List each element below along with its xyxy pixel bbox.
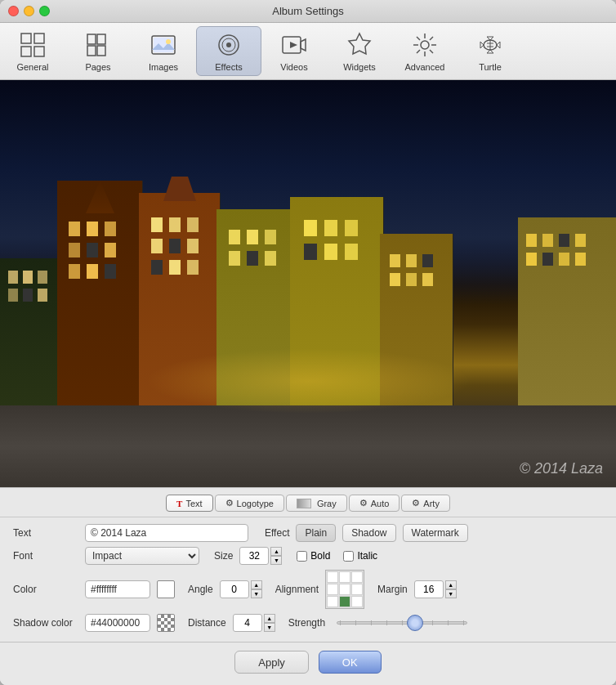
align-mid-right[interactable] xyxy=(351,584,363,595)
alignment-grid[interactable] xyxy=(325,570,364,609)
strength-slider-container[interactable] xyxy=(337,621,467,625)
color-row: Color Angle ▲ ▼ Alignment xyxy=(13,570,603,609)
gray-tab-label: Gray xyxy=(317,499,337,508)
toolbar-item-pages[interactable]: Pages xyxy=(65,26,131,76)
bottom-bar: Apply OK xyxy=(0,642,616,685)
margin-down-button[interactable]: ▼ xyxy=(445,589,457,598)
videos-icon xyxy=(279,30,309,60)
margin-stepper: ▲ ▼ xyxy=(414,580,457,598)
distance-stepper: ▲ ▼ xyxy=(233,614,275,632)
minimize-button[interactable] xyxy=(24,6,34,16)
toolbar-item-images[interactable]: Images xyxy=(131,26,196,76)
size-up-button[interactable]: ▲ xyxy=(270,547,282,556)
general-label: General xyxy=(16,62,48,72)
align-top-left[interactable] xyxy=(327,571,338,583)
ok-button[interactable]: OK xyxy=(319,651,382,674)
text-row: Text Effect Plain Shadow Watermark xyxy=(13,524,603,542)
toolbar-item-effects[interactable]: Effects xyxy=(196,26,261,76)
widgets-label: Widgets xyxy=(343,62,376,72)
form-area: Text Effect Plain Shadow Watermark Font … xyxy=(0,517,616,642)
svg-line-24 xyxy=(430,50,433,53)
toolbar-item-advanced[interactable]: Advanced xyxy=(392,26,458,76)
effect-shadow-button[interactable]: Shadow xyxy=(342,524,395,542)
apply-button[interactable]: Apply xyxy=(234,651,309,674)
tab-arty[interactable]: ⚙ Arty xyxy=(401,495,450,512)
effect-watermark-button[interactable]: Watermark xyxy=(403,524,468,542)
color-field-label: Color xyxy=(13,584,78,595)
svg-line-25 xyxy=(430,37,433,40)
align-top-center[interactable] xyxy=(339,571,350,583)
svg-marker-17 xyxy=(349,34,370,54)
svg-rect-1 xyxy=(21,47,31,56)
distance-down-button[interactable]: ▼ xyxy=(264,623,275,632)
angle-input[interactable] xyxy=(220,580,249,598)
tab-gray[interactable]: Gray xyxy=(286,495,347,512)
margin-label: Margin xyxy=(377,584,408,595)
distance-up-button[interactable]: ▲ xyxy=(264,614,275,623)
shadow-color-swatch[interactable] xyxy=(157,614,175,632)
toolbar-item-videos[interactable]: Videos xyxy=(261,26,327,76)
strength-slider-track xyxy=(337,621,467,625)
svg-line-23 xyxy=(417,37,420,40)
effect-plain-button[interactable]: Plain xyxy=(296,524,336,542)
margin-up-button[interactable]: ▲ xyxy=(445,580,457,589)
logotype-tab-label: Logotype xyxy=(237,499,274,508)
alignment-label: Alignment xyxy=(275,584,319,595)
align-mid-left[interactable] xyxy=(327,584,338,595)
effects-label: Effects xyxy=(215,62,242,72)
images-icon xyxy=(149,30,178,60)
building-1 xyxy=(0,258,61,422)
svg-rect-2 xyxy=(34,34,44,43)
distance-input[interactable] xyxy=(233,614,262,632)
angle-down-button[interactable]: ▼ xyxy=(251,589,262,598)
svg-marker-29 xyxy=(497,42,500,48)
align-bot-left[interactable] xyxy=(327,596,338,607)
tab-logotype[interactable]: ⚙ Logotype xyxy=(215,495,284,512)
bold-label: Bold xyxy=(310,550,330,562)
tab-row: T Text ⚙ Logotype Gray ⚙ Auto ⚙ Arty xyxy=(0,488,616,517)
color-swatch[interactable] xyxy=(157,580,175,598)
turtle-icon xyxy=(475,30,505,60)
size-label: Size xyxy=(214,550,233,562)
advanced-icon xyxy=(410,30,440,60)
size-stepper: ▲ ▼ xyxy=(239,547,282,565)
tab-text[interactable]: T Text xyxy=(166,495,213,512)
align-bot-right[interactable] xyxy=(351,596,363,607)
align-bot-center[interactable] xyxy=(339,596,350,607)
font-select[interactable]: Impact xyxy=(85,547,199,565)
window-controls xyxy=(8,6,50,16)
size-input[interactable] xyxy=(239,547,269,565)
svg-rect-5 xyxy=(87,46,96,56)
shadow-color-input[interactable] xyxy=(85,614,150,632)
svg-point-10 xyxy=(166,39,171,44)
bold-group: Bold xyxy=(297,550,330,562)
toolbar-item-turtle[interactable]: Turtle xyxy=(458,26,523,76)
svg-point-13 xyxy=(226,43,231,47)
toolbar-item-general[interactable]: General xyxy=(0,26,65,76)
effect-label: Effect xyxy=(265,527,289,539)
text-input[interactable] xyxy=(85,524,248,542)
building-2 xyxy=(57,181,143,422)
toolbar-item-widgets[interactable]: Widgets xyxy=(327,26,392,76)
align-mid-center[interactable] xyxy=(339,584,350,595)
videos-label: Videos xyxy=(280,62,307,72)
italic-label: Italic xyxy=(357,550,377,562)
margin-input[interactable] xyxy=(414,580,444,598)
controls-area: T Text ⚙ Logotype Gray ⚙ Auto ⚙ Arty xyxy=(0,487,616,685)
close-button[interactable] xyxy=(8,6,19,16)
images-label: Images xyxy=(149,62,178,72)
tab-auto[interactable]: ⚙ Auto xyxy=(349,495,400,512)
maximize-button[interactable] xyxy=(39,6,50,16)
text-tab-label: Text xyxy=(185,499,202,508)
angle-up-button[interactable]: ▲ xyxy=(251,580,262,589)
color-input[interactable] xyxy=(85,580,150,598)
strength-slider-thumb[interactable] xyxy=(407,615,423,631)
size-down-button[interactable]: ▼ xyxy=(270,556,282,565)
auto-tab-icon: ⚙ xyxy=(359,498,368,508)
italic-checkbox[interactable] xyxy=(343,551,354,562)
align-top-right[interactable] xyxy=(351,571,363,583)
strength-label: Strength xyxy=(288,617,325,629)
bold-checkbox[interactable] xyxy=(297,551,307,562)
svg-marker-30 xyxy=(487,37,493,40)
svg-rect-0 xyxy=(21,34,31,43)
